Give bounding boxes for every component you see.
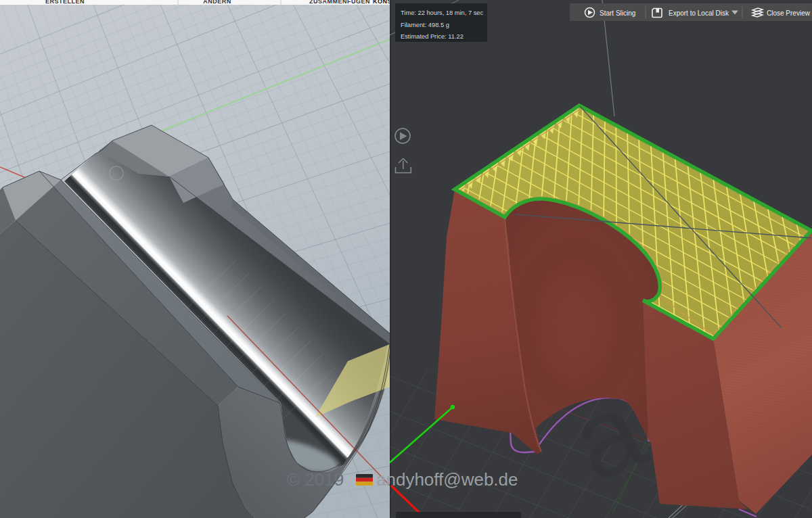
- svg-text:Export to Local Disk: Export to Local Disk: [669, 9, 729, 17]
- svg-text:© 2019: © 2019: [287, 469, 344, 490]
- svg-text:Start Slicing: Start Slicing: [600, 9, 635, 17]
- svg-text:Filament: 498.5 g: Filament: 498.5 g: [401, 22, 449, 28]
- svg-text:andyhoff@web.de: andyhoff@web.de: [376, 469, 518, 490]
- svg-text:Close Preview: Close Preview: [767, 9, 811, 17]
- svg-text:ZUSAMMENFÜGEN: ZUSAMMENFÜGEN: [309, 0, 370, 5]
- svg-text:Estimated Price: 11.22: Estimated Price: 11.22: [401, 33, 464, 40]
- svg-text:Time: 22 hours, 18 min, 7 sec: Time: 22 hours, 18 min, 7 sec: [401, 9, 483, 16]
- svg-text:ERSTELLEN: ERSTELLEN: [45, 0, 85, 5]
- svg-text:ÄNDERN: ÄNDERN: [203, 0, 231, 5]
